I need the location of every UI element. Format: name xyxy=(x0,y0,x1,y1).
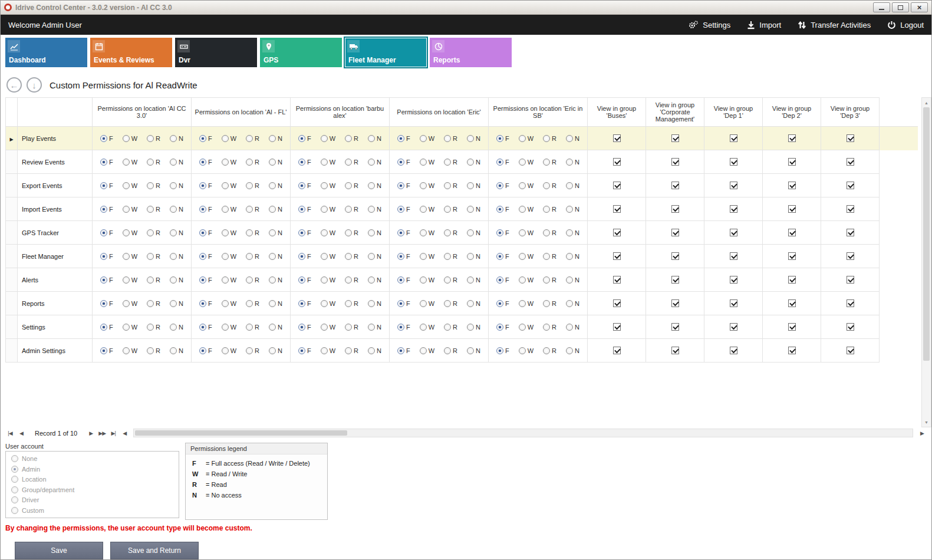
group-checkbox[interactable] xyxy=(847,299,854,307)
permission-radio-w[interactable]: W xyxy=(420,135,434,142)
permission-radio-n[interactable]: N xyxy=(269,206,282,213)
permission-radio-r[interactable]: R xyxy=(147,206,160,213)
settings-action[interactable]: Settings xyxy=(688,20,730,29)
permission-radio-r[interactable]: R xyxy=(246,206,259,213)
permission-radio-f[interactable]: F xyxy=(100,182,113,189)
permission-radio-r[interactable]: R xyxy=(246,159,259,166)
user-account-option-location[interactable]: Location xyxy=(11,476,173,483)
permission-radio-n[interactable]: N xyxy=(170,300,183,307)
user-account-option-admin[interactable]: Admin xyxy=(11,466,173,473)
column-header-permissions-on-location-eric[interactable]: Permissions on location 'Eric' xyxy=(390,98,489,127)
column-header-permissions-on-location-al-fl[interactable]: Permissions on location 'Al - FL' xyxy=(192,98,291,127)
permission-radio-r[interactable]: R xyxy=(543,253,556,260)
permission-radio-r[interactable]: R xyxy=(444,253,457,260)
group-checkbox[interactable] xyxy=(671,299,679,307)
permission-radio-r[interactable]: R xyxy=(147,159,160,166)
permission-radio-f[interactable]: F xyxy=(199,206,212,213)
group-checkbox[interactable] xyxy=(847,134,854,142)
permission-radio-r[interactable]: R xyxy=(147,182,160,189)
permission-radio-n[interactable]: N xyxy=(269,159,282,166)
permission-radio-r[interactable]: R xyxy=(444,206,457,213)
permission-radio-n[interactable]: N xyxy=(467,135,480,142)
group-checkbox[interactable] xyxy=(613,299,621,307)
group-checkbox[interactable] xyxy=(788,205,796,213)
permission-radio-w[interactable]: W xyxy=(222,253,236,260)
tab-fleet-manager[interactable]: Fleet Manager xyxy=(345,38,427,67)
permission-radio-r[interactable]: R xyxy=(444,159,457,166)
permission-radio-w[interactable]: W xyxy=(420,276,434,284)
row-label[interactable]: Reports xyxy=(18,292,93,315)
permission-radio-r[interactable]: R xyxy=(345,229,358,236)
permission-radio-r[interactable]: R xyxy=(543,206,556,213)
permission-radio-w[interactable]: W xyxy=(519,276,533,284)
expand-down-button[interactable]: ↓ xyxy=(27,77,42,93)
permission-radio-n[interactable]: N xyxy=(170,159,183,166)
group-checkbox[interactable] xyxy=(671,158,679,166)
permission-radio-f[interactable]: F xyxy=(100,253,113,260)
permission-radio-w[interactable]: W xyxy=(321,159,335,166)
permission-radio-w[interactable]: W xyxy=(222,229,236,236)
permission-radio-w[interactable]: W xyxy=(519,206,533,213)
permission-radio-f[interactable]: F xyxy=(100,347,113,354)
permission-radio-r[interactable]: R xyxy=(147,135,160,142)
permission-radio-r[interactable]: R xyxy=(246,324,259,331)
permission-radio-n[interactable]: N xyxy=(368,135,381,142)
user-account-option-driver[interactable]: Driver xyxy=(11,496,173,503)
permission-radio-r[interactable]: R xyxy=(543,347,556,354)
permission-radio-r[interactable]: R xyxy=(543,229,556,236)
permission-radio-f[interactable]: F xyxy=(298,229,311,236)
permission-radio-f[interactable]: F xyxy=(298,324,311,331)
group-checkbox[interactable] xyxy=(730,205,737,213)
permission-radio-w[interactable]: W xyxy=(222,300,236,307)
group-checkbox[interactable] xyxy=(730,276,737,284)
group-checkbox[interactable] xyxy=(788,347,796,354)
permission-radio-r[interactable]: R xyxy=(246,135,259,142)
permission-radio-r[interactable]: R xyxy=(147,324,160,331)
group-checkbox[interactable] xyxy=(730,347,737,354)
permission-radio-r[interactable]: R xyxy=(147,276,160,284)
permission-radio-r[interactable]: R xyxy=(543,276,556,284)
permission-radio-w[interactable]: W xyxy=(420,206,434,213)
tab-reports[interactable]: Reports xyxy=(430,38,512,67)
column-header-permissions-on-location-barbu-alex[interactable]: Permissions on location 'barbu alex' xyxy=(291,98,390,127)
group-checkbox[interactable] xyxy=(613,229,621,236)
permission-radio-r[interactable]: R xyxy=(444,276,457,284)
group-checkbox[interactable] xyxy=(788,158,796,166)
group-checkbox[interactable] xyxy=(788,134,796,142)
tab-gps[interactable]: GPS xyxy=(260,38,342,67)
permission-radio-w[interactable]: W xyxy=(321,300,335,307)
permission-radio-n[interactable]: N xyxy=(566,229,579,236)
row-label[interactable]: Import Events xyxy=(18,197,93,221)
row-label[interactable]: Admin Settings xyxy=(18,339,93,363)
permission-radio-r[interactable]: R xyxy=(345,276,358,284)
permission-radio-w[interactable]: W xyxy=(123,229,137,236)
permission-radio-n[interactable]: N xyxy=(566,159,579,166)
permission-radio-w[interactable]: W xyxy=(420,300,434,307)
permission-radio-r[interactable]: R xyxy=(444,324,457,331)
permission-radio-f[interactable]: F xyxy=(199,347,212,354)
permission-radio-w[interactable]: W xyxy=(222,324,236,331)
permission-radio-n[interactable]: N xyxy=(566,206,579,213)
logout-action[interactable]: Logout xyxy=(887,21,924,29)
permission-radio-f[interactable]: F xyxy=(100,206,113,213)
permission-radio-n[interactable]: N xyxy=(170,182,183,189)
permission-radio-f[interactable]: F xyxy=(496,300,509,307)
user-account-option-custom[interactable]: Custom xyxy=(11,507,173,514)
scroll-down-icon[interactable]: ▼ xyxy=(922,417,931,427)
next-page-button[interactable]: ▶▶ xyxy=(97,430,107,436)
group-checkbox[interactable] xyxy=(847,158,854,166)
permission-radio-f[interactable]: F xyxy=(199,276,212,284)
permission-radio-r[interactable]: R xyxy=(444,229,457,236)
permission-radio-n[interactable]: N xyxy=(467,276,480,284)
permission-radio-r[interactable]: R xyxy=(543,300,556,307)
permission-radio-r[interactable]: R xyxy=(543,135,556,142)
last-record-button[interactable]: ▶| xyxy=(108,430,118,436)
permission-radio-f[interactable]: F xyxy=(496,229,509,236)
permission-radio-f[interactable]: F xyxy=(100,300,113,307)
permission-radio-n[interactable]: N xyxy=(170,253,183,260)
row-label[interactable]: Review Events xyxy=(18,150,93,174)
permission-radio-w[interactable]: W xyxy=(321,229,335,236)
column-header-permissions-on-location-eric-in-sb[interactable]: Permissions on location 'Eric in SB' xyxy=(489,98,588,127)
permission-radio-n[interactable]: N xyxy=(170,324,183,331)
permission-radio-f[interactable]: F xyxy=(298,347,311,354)
